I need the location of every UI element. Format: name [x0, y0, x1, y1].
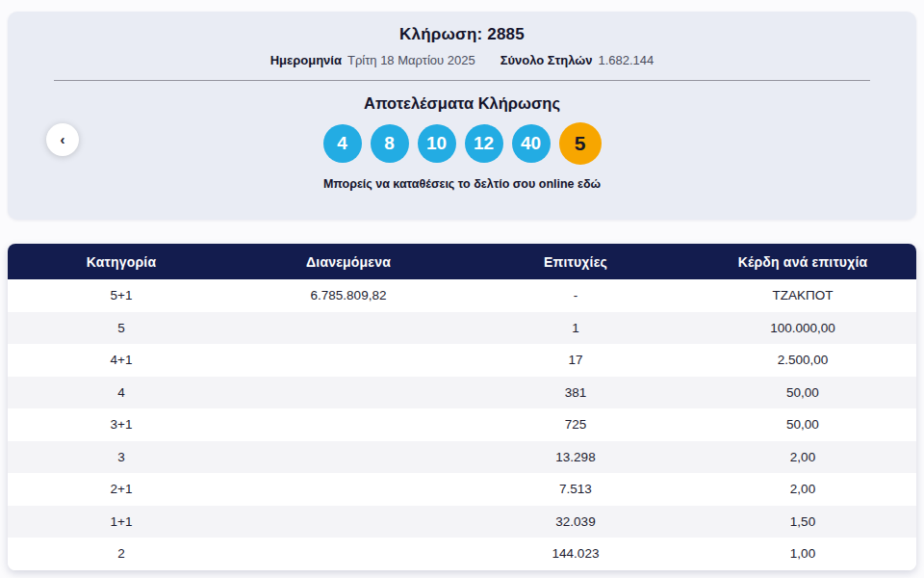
winning-number-ball: 40 — [512, 124, 551, 163]
online-submit-text: Μπορείς να καταθέσεις το δελτίο σου onli… — [54, 177, 870, 191]
table-cell: 4 — [8, 377, 235, 409]
total-columns: Σύνολο Στηλών 1.682.144 — [500, 53, 654, 67]
table-cell: 17 — [462, 344, 689, 377]
table-cell: 1 — [462, 312, 689, 345]
prize-table-head: Κατηγορία Διανεμόμενα Επιτυχίες Κέρδη αν… — [8, 244, 916, 279]
table-cell: 50,00 — [689, 377, 916, 409]
page-title: Κλήρωση: 2885 — [54, 25, 870, 44]
winning-numbers: 4 8 10 12 40 5 — [54, 122, 870, 165]
table-cell: 4+1 — [8, 344, 235, 377]
table-cell: 2,00 — [689, 441, 916, 474]
draw-meta: Ημερομηνία Τρίτη 18 Μαρτίου 2025 Σύνολο … — [54, 53, 870, 67]
table-cell: - — [462, 279, 689, 312]
draw-date-label: Ημερομηνία — [270, 53, 342, 67]
table-cell: 50,00 — [689, 408, 916, 441]
table-cell: 100.000,00 — [689, 312, 916, 345]
table-row: 438150,00 — [8, 377, 916, 409]
table-cell: 13.298 — [462, 441, 689, 474]
table-cell — [235, 408, 462, 441]
table-cell: 3+1 — [8, 408, 235, 441]
table-row: 313.2982,00 — [8, 441, 916, 474]
table-cell — [235, 473, 462, 506]
table-row: 51100.000,00 — [8, 312, 916, 345]
total-columns-label: Σύνολο Στηλών — [500, 53, 593, 67]
online-submit-label: Μπορείς να καταθέσεις το δελτίο σου onli… — [323, 177, 575, 191]
table-cell: 2 — [8, 538, 235, 570]
results-table-body: 5+16.785.809,82-ΤΖΑΚΠΟΤ51100.000,004+117… — [8, 279, 916, 570]
table-cell: 32.039 — [462, 506, 689, 539]
divider — [54, 80, 870, 81]
table-cell: 1,00 — [689, 538, 916, 570]
draw-date: Ημερομηνία Τρίτη 18 Μαρτίου 2025 — [270, 53, 475, 67]
table-cell: 2+1 — [8, 473, 235, 506]
table-cell: 1+1 — [8, 506, 235, 539]
winning-number-ball: 8 — [371, 124, 409, 163]
table-cell — [235, 506, 462, 539]
draw-title-label: Κλήρωση: — [399, 25, 482, 43]
results-heading: Αποτελέσματα Κλήρωσης — [54, 94, 870, 113]
total-columns-value: 1.682.144 — [598, 53, 654, 67]
table-cell: 725 — [462, 408, 689, 441]
table-cell: 3 — [8, 441, 235, 474]
prize-table-card: Κατηγορία Διανεμόμενα Επιτυχίες Κέρδη αν… — [8, 244, 916, 570]
table-row: 1+132.0391,50 — [8, 506, 916, 539]
column-header-winners: Επιτυχίες — [462, 244, 689, 279]
table-cell: 1,50 — [689, 506, 916, 539]
table-row: 2+17.5132,00 — [8, 473, 916, 506]
table-row: 2144.0231,00 — [8, 538, 916, 570]
joker-number-ball: 5 — [559, 122, 602, 165]
prize-table: Κατηγορία Διανεμόμενα Επιτυχίες Κέρδη αν… — [8, 244, 916, 570]
winning-number-ball: 4 — [323, 124, 362, 163]
table-cell: 6.785.809,82 — [235, 279, 462, 312]
table-cell: 2.500,00 — [689, 344, 916, 377]
header-row: Κατηγορία Διανεμόμενα Επιτυχίες Κέρδη αν… — [8, 244, 916, 279]
draw-number: 2885 — [487, 25, 525, 43]
winning-number-ball: 10 — [418, 124, 456, 163]
table-row: 5+16.785.809,82-ΤΖΑΚΠΟΤ — [8, 279, 916, 312]
table-cell — [235, 538, 462, 570]
table-cell: ΤΖΑΚΠΟΤ — [689, 279, 916, 312]
table-row: 3+172550,00 — [8, 408, 916, 441]
table-cell: 7.513 — [462, 473, 689, 506]
column-header-distributed: Διανεμόμενα — [235, 244, 462, 279]
draw-date-value: Τρίτη 18 Μαρτίου 2025 — [347, 53, 475, 67]
table-cell — [235, 441, 462, 474]
table-cell — [235, 312, 462, 345]
table-cell: 5+1 — [8, 279, 235, 312]
column-header-category: Κατηγορία — [8, 244, 235, 279]
draw-summary-card: Κλήρωση: 2885 Ημερομηνία Τρίτη 18 Μαρτίο… — [8, 12, 916, 220]
table-cell — [235, 344, 462, 377]
table-row: 4+1172.500,00 — [8, 344, 916, 377]
table-cell: 2,00 — [689, 473, 916, 506]
table-cell — [235, 377, 462, 409]
winning-number-ball: 12 — [465, 124, 503, 163]
table-cell: 144.023 — [462, 538, 689, 570]
chevron-left-icon: ‹ — [61, 132, 65, 146]
table-cell: 5 — [8, 312, 235, 345]
previous-draw-button[interactable]: ‹ — [46, 123, 79, 156]
online-submit-link[interactable]: εδώ — [578, 177, 601, 191]
table-cell: 381 — [462, 377, 689, 409]
column-header-prize-per-win: Κέρδη ανά επιτυχία — [689, 244, 916, 279]
